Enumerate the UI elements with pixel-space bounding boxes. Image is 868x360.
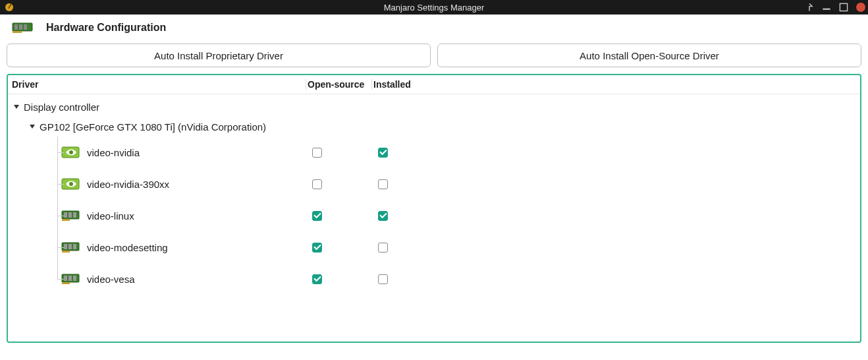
opensource-checkbox[interactable] (312, 274, 322, 284)
page-header: Hardware Configuration (0, 15, 868, 41)
auto-install-opensource-button[interactable]: Auto Install Open-Source Driver (437, 44, 861, 67)
installed-cell (369, 179, 435, 189)
svg-rect-21 (64, 244, 67, 249)
opensource-checkbox[interactable] (312, 179, 322, 189)
opensource-cell (303, 179, 369, 189)
driver-cell: video-modesetting (8, 231, 303, 263)
installed-checkbox[interactable] (378, 148, 388, 158)
svg-rect-24 (62, 251, 70, 253)
driver-cell: video-nvidia (8, 136, 303, 168)
opensource-checkbox[interactable] (312, 243, 322, 253)
driver-cell: video-nvidia-390xx (8, 168, 303, 200)
opensource-cell (303, 274, 369, 284)
svg-rect-23 (73, 244, 76, 249)
driver-name: video-nvidia-390xx (87, 179, 169, 190)
opensource-checkbox[interactable] (312, 211, 322, 221)
expand-caret-icon[interactable] (28, 122, 37, 131)
driver-row[interactable]: video-linux (8, 200, 860, 231)
installed-cell (369, 243, 435, 253)
column-header-installed[interactable]: Installed (371, 79, 437, 90)
installed-cell (369, 148, 435, 158)
window-controls (805, 0, 865, 15)
tree-connector (8, 136, 61, 168)
installed-checkbox[interactable] (378, 243, 388, 253)
svg-point-12 (69, 150, 73, 154)
driver-cell: video-vesa (8, 263, 303, 295)
tree-category-row[interactable]: Display controller (8, 97, 860, 117)
svg-marker-10 (30, 125, 35, 129)
svg-rect-3 (840, 3, 847, 11)
tree-device-row[interactable]: GP102 [GeForce GTX 1080 Ti] (nVidia Corp… (8, 117, 860, 136)
opensource-checkbox[interactable] (312, 148, 322, 158)
tree-connector (8, 263, 61, 295)
auto-install-proprietary-button[interactable]: Auto Install Proprietary Driver (7, 44, 431, 67)
driver-name: video-linux (87, 210, 134, 222)
driver-row[interactable]: video-nvidia (8, 136, 860, 168)
installed-cell (369, 274, 435, 284)
driver-name: video-modesetting (87, 242, 168, 253)
window-title: Manjaro Settings Manager (384, 3, 484, 13)
tree-connector (8, 231, 61, 263)
page-title: Hardware Configuration (46, 22, 166, 34)
svg-rect-6 (19, 24, 22, 30)
window-maximize-icon[interactable] (839, 3, 848, 12)
tree-connector (8, 168, 61, 200)
action-button-row: Auto Install Proprietary Driver Auto Ins… (0, 41, 868, 74)
window-minimize-icon[interactable] (822, 3, 831, 12)
category-label: Display controller (24, 102, 99, 113)
button-label: Auto Install Proprietary Driver (154, 50, 283, 61)
window-titlebar: Manjaro Settings Manager (0, 0, 868, 15)
device-label: GP102 [GeForce GTX 1080 Ti] (nVidia Corp… (40, 121, 266, 133)
expand-caret-icon[interactable] (12, 102, 21, 111)
svg-rect-29 (62, 282, 70, 284)
installed-checkbox[interactable] (378, 179, 388, 189)
svg-point-14 (69, 182, 73, 186)
hardware-card-icon (12, 21, 36, 34)
svg-rect-28 (73, 276, 76, 281)
driver-name: video-nvidia (87, 147, 140, 158)
app-icon (4, 2, 14, 13)
tree-body: Display controller GP102 [GeForce GTX 10… (8, 94, 860, 295)
driver-row[interactable]: video-modesetting (8, 231, 860, 263)
window-pin-icon[interactable] (805, 3, 814, 12)
svg-rect-8 (13, 31, 22, 33)
installed-checkbox[interactable] (378, 274, 388, 284)
installed-checkbox[interactable] (378, 211, 388, 221)
svg-rect-22 (68, 244, 72, 249)
svg-rect-7 (24, 24, 27, 30)
svg-rect-16 (64, 212, 67, 218)
installed-cell (369, 211, 435, 221)
opensource-cell (303, 211, 369, 221)
driver-tree[interactable]: Driver Open-source Installed Display con… (7, 74, 861, 343)
svg-rect-27 (68, 276, 72, 281)
svg-rect-19 (62, 219, 70, 221)
svg-rect-5 (14, 24, 18, 30)
tree-connector (8, 200, 61, 231)
svg-rect-18 (73, 212, 76, 218)
opensource-cell (303, 243, 369, 253)
button-label: Auto Install Open-Source Driver (580, 50, 719, 61)
driver-row[interactable]: video-vesa (8, 263, 860, 295)
tree-header: Driver Open-source Installed (8, 75, 860, 94)
svg-rect-17 (68, 212, 72, 218)
driver-row[interactable]: video-nvidia-390xx (8, 168, 860, 200)
driver-cell: video-linux (8, 200, 303, 231)
column-header-opensource[interactable]: Open-source (306, 79, 371, 90)
driver-name: video-vesa (87, 274, 135, 285)
opensource-cell (303, 148, 369, 158)
window-close-icon[interactable] (856, 3, 865, 12)
svg-rect-26 (64, 276, 67, 281)
svg-marker-9 (14, 105, 19, 109)
column-header-driver[interactable]: Driver (11, 79, 306, 90)
